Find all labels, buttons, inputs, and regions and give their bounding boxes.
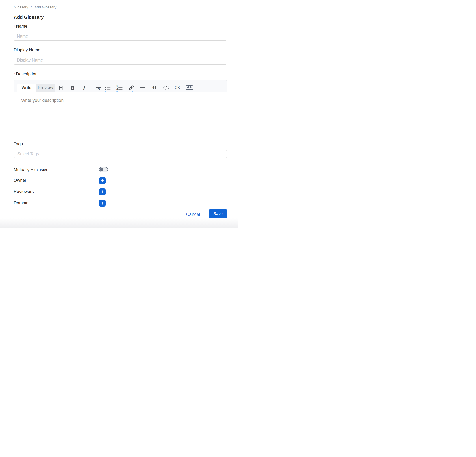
svg-text:1: 1 <box>116 85 118 87</box>
svg-text:2: 2 <box>116 87 118 90</box>
